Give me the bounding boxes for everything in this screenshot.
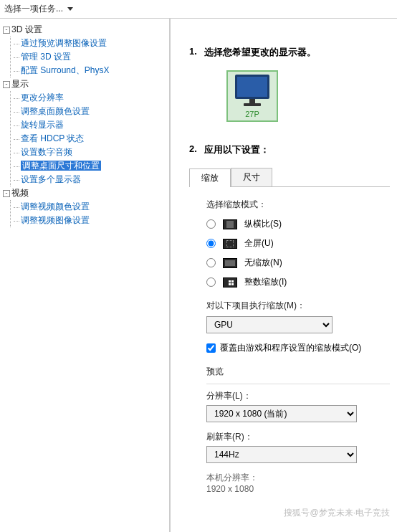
monitor-name: 27P (245, 110, 259, 118)
override-scaling-label: 覆盖由游戏和程序设置的缩放模式(O) (220, 342, 361, 354)
collapse-icon: - (3, 81, 10, 88)
tab-scale-body: 选择缩放模式： 纵横比(S) 全屏(U) 无缩放(N) 整数缩放(I) (189, 187, 390, 494)
tree-group-3d: - 3D 设置 通过预览调整图像设置 管理 3D 设置 配置 Surround、… (3, 23, 166, 77)
override-scaling-checkbox[interactable] (206, 343, 216, 353)
radio-input-none[interactable] (206, 258, 216, 267)
tab-scale[interactable]: 缩放 (189, 168, 231, 187)
tree-item-digital-audio[interactable]: 设置数字音频 (14, 146, 166, 159)
tree-item-manage-3d[interactable]: 管理 3D 设置 (14, 50, 166, 64)
tree-group-video: - 视频 调整视频颜色设置 调整视频图像设置 (3, 186, 166, 227)
tree-group-display: - 显示 更改分辨率 调整桌面颜色设置 旋转显示器 查看 HDCP 状态 设置数… (3, 77, 166, 186)
main-layout: - 3D 设置 通过预览调整图像设置 管理 3D 设置 配置 Surround、… (0, 19, 397, 532)
radio-input-full[interactable] (206, 239, 216, 248)
section-2-title: 2. 应用以下设置： (189, 143, 390, 156)
nav-tree: - 3D 设置 通过预览调整图像设置 管理 3D 设置 配置 Surround、… (0, 19, 171, 532)
scaling-target-select[interactable]: GPU (206, 316, 333, 333)
native-resolution-value: 1920 x 1080 (206, 484, 390, 494)
tree-item-video-image[interactable]: 调整视频图像设置 (14, 214, 166, 227)
radio-label-aspect: 纵横比(S) (244, 218, 282, 230)
tree-group-3d-header[interactable]: - 3D 设置 (3, 23, 166, 37)
scaling-mode-label: 选择缩放模式： (206, 199, 390, 211)
radio-label-integer: 整数缩放(I) (244, 276, 287, 288)
collapse-icon: - (3, 27, 10, 34)
refresh-rate-label: 刷新率(R)： (206, 431, 390, 443)
no-scale-icon (223, 258, 237, 268)
radio-label-none: 无缩放(N) (244, 257, 282, 269)
tree-item-change-resolution[interactable]: 更改分辨率 (14, 91, 166, 105)
tree-item-surround-physx[interactable]: 配置 Surround、PhysX (14, 64, 166, 77)
tree-item-video-color[interactable]: 调整视频颜色设置 (14, 200, 166, 214)
radio-label-full: 全屏(U) (244, 237, 274, 250)
tree-item-hdcp-status[interactable]: 查看 HDCP 状态 (14, 132, 166, 146)
svg-rect-1 (237, 77, 267, 97)
svg-rect-2 (249, 99, 255, 103)
radio-input-aspect[interactable] (206, 219, 216, 229)
section-1-title: 1. 选择您希望更改的显示器。 (189, 46, 390, 59)
tree-item-desktop-color[interactable]: 调整桌面颜色设置 (14, 105, 166, 118)
radio-fullscreen[interactable]: 全屏(U) (206, 237, 390, 250)
tree-item-desktop-size-position[interactable]: 调整桌面尺寸和位置 (14, 159, 166, 173)
divider (206, 384, 390, 384)
radio-no-scaling[interactable]: 无缩放(N) (206, 257, 390, 269)
refresh-rate-select[interactable]: 144Hz (206, 446, 357, 463)
task-selector-label: 选择一项任务... (4, 3, 63, 15)
monitor-thumbnail[interactable]: 27P (226, 70, 278, 122)
scaling-target-label: 对以下项目执行缩放(M)： (206, 300, 390, 312)
preview-heading: 预览 (206, 366, 390, 378)
tab-size[interactable]: 尺寸 (231, 168, 272, 186)
svg-rect-3 (244, 103, 261, 106)
tree-item-rotate-display[interactable]: 旋转显示器 (14, 118, 166, 132)
tree-group-video-header[interactable]: - 视频 (3, 186, 166, 200)
chevron-down-icon (67, 7, 73, 11)
radio-input-integer[interactable] (206, 277, 216, 287)
collapse-icon: - (3, 190, 10, 197)
task-selector-bar[interactable]: 选择一项任务... (0, 0, 397, 19)
monitor-icon (232, 73, 272, 109)
native-resolution-label: 本机分辨率： (206, 472, 390, 484)
radio-integer-scaling[interactable]: 整数缩放(I) (206, 276, 390, 288)
resolution-select[interactable]: 1920 x 1080 (当前) (206, 405, 357, 422)
settings-tabs: 缩放 尺寸 (189, 168, 390, 187)
aspect-icon (223, 219, 237, 229)
radio-aspect-ratio[interactable]: 纵横比(S) (206, 218, 390, 230)
settings-panel: 1. 选择您希望更改的显示器。 27P 2. 应用以下设置： 缩放 尺寸 选择缩… (171, 19, 397, 532)
tree-group-display-header[interactable]: - 显示 (3, 77, 166, 91)
integer-scale-icon (223, 277, 237, 288)
tree-item-image-preview[interactable]: 通过预览调整图像设置 (14, 37, 166, 50)
resolution-label: 分辨率(L)： (206, 390, 390, 402)
tree-item-multi-display[interactable]: 设置多个显示器 (14, 173, 166, 186)
fullscreen-icon (223, 239, 237, 249)
override-scaling-checkbox-row[interactable]: 覆盖由游戏和程序设置的缩放模式(O) (206, 342, 390, 354)
